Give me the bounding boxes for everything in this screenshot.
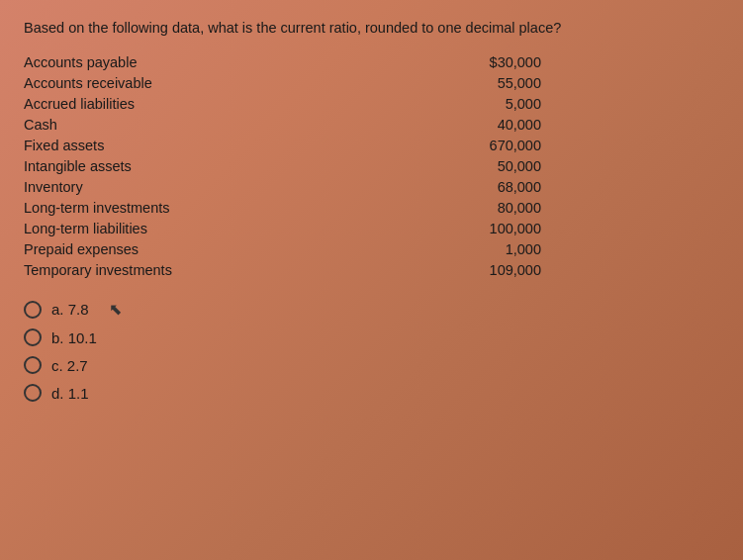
radio-a[interactable]: [24, 301, 42, 319]
table-row: Long-term investments80,000: [24, 197, 719, 218]
cursor-arrow-icon: ⬉: [109, 300, 122, 319]
row-value: 109,000: [490, 262, 719, 278]
data-table: Accounts payable$30,000Accounts receivab…: [24, 51, 719, 280]
option-b[interactable]: b. 10.1: [24, 328, 719, 346]
row-label: Long-term investments: [24, 200, 222, 216]
row-value: 40,000: [498, 117, 719, 133]
option-label-a: a. 7.8: [51, 301, 89, 318]
table-row: Accounts payable$30,000: [24, 51, 719, 72]
option-c[interactable]: c. 2.7: [24, 356, 719, 374]
option-d[interactable]: d. 1.1: [24, 384, 719, 402]
row-label: Intangible assets: [24, 158, 222, 174]
option-label-b: b. 10.1: [51, 329, 97, 346]
row-value: 55,000: [498, 75, 719, 91]
table-row: Fixed assets670,000: [24, 135, 719, 155]
radio-b[interactable]: [24, 328, 42, 346]
row-value: 80,000: [498, 200, 719, 216]
row-value: 100,000: [490, 221, 719, 236]
row-label: Accounts payable: [24, 54, 222, 70]
row-label: Accounts receivable: [24, 75, 222, 91]
row-value: $30,000: [490, 54, 719, 70]
question-text: Based on the following data, what is the…: [24, 18, 719, 38]
row-label: Long-term liabilities: [24, 221, 222, 236]
option-a[interactable]: a. 7.8⬉: [24, 300, 719, 319]
row-label: Temporary investments: [24, 262, 222, 278]
table-row: Accounts receivable55,000: [24, 72, 719, 93]
table-row: Intangible assets50,000: [24, 155, 719, 176]
row-value: 1,000: [506, 241, 719, 257]
table-row: Cash40,000: [24, 114, 719, 135]
table-row: Accrued liabilities5,000: [24, 93, 719, 114]
table-row: Prepaid expenses1,000: [24, 238, 719, 259]
row-label: Cash: [24, 117, 222, 133]
row-value: 670,000: [490, 138, 719, 153]
row-value: 5,000: [506, 96, 719, 112]
row-value: 68,000: [498, 179, 719, 195]
table-row: Long-term liabilities100,000: [24, 218, 719, 238]
row-label: Inventory: [24, 179, 222, 195]
table-row: Temporary investments109,000: [24, 259, 719, 280]
row-label: Prepaid expenses: [24, 241, 222, 257]
main-container: Based on the following data, what is the…: [0, 0, 743, 429]
options-section: a. 7.8⬉b. 10.1c. 2.7d. 1.1: [24, 300, 719, 402]
radio-d[interactable]: [24, 384, 42, 402]
row-label: Fixed assets: [24, 138, 222, 153]
row-label: Accrued liabilities: [24, 96, 222, 112]
row-value: 50,000: [498, 158, 719, 174]
option-label-d: d. 1.1: [51, 385, 89, 402]
radio-c[interactable]: [24, 356, 42, 374]
table-row: Inventory68,000: [24, 176, 719, 197]
option-label-c: c. 2.7: [51, 357, 88, 374]
